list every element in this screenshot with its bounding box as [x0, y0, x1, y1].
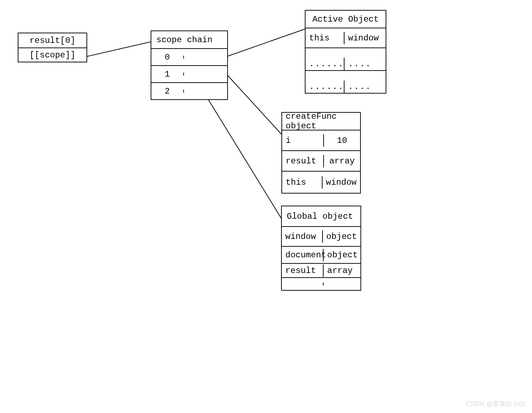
scope-chain-index: 2: [151, 85, 183, 97]
scope-chain-box: scope chain 0 1 2: [151, 30, 228, 100]
global-object-key: result: [282, 264, 323, 277]
active-object-value: ....: [344, 80, 386, 93]
result-scope-label: [[scope]]: [26, 49, 79, 61]
watermark-text: CSDN @卖菜的小白: [465, 400, 526, 408]
active-object-key: ......: [306, 80, 344, 93]
create-func-value: array: [323, 155, 360, 167]
create-func-box: createFunc object i 10 result array this…: [281, 112, 361, 194]
svg-line-3: [205, 94, 282, 219]
create-func-key: result: [282, 155, 323, 167]
scope-chain-index: 0: [151, 51, 183, 63]
scope-chain-ref-2: [183, 90, 227, 93]
active-object-key: this: [306, 32, 344, 44]
active-object-value: window: [344, 32, 386, 44]
scope-chain-title: scope chain: [151, 34, 216, 46]
diagram-canvas: result[0] [[scope]] scope chain 0 1 2 Ac…: [0, 0, 532, 413]
svg-line-2: [226, 74, 284, 136]
active-object-key: ......: [306, 58, 344, 70]
global-object-value: object: [323, 249, 361, 261]
global-object-value: object: [322, 230, 360, 243]
scope-chain-ref-1: [183, 73, 227, 76]
global-object-title: Global object: [282, 210, 357, 223]
active-object-value: ....: [344, 58, 386, 70]
global-object-box: Global object window object document obj…: [281, 206, 361, 291]
create-func-value: window: [322, 176, 360, 189]
create-func-key: i: [282, 134, 323, 147]
global-object-key: [282, 283, 323, 285]
scope-chain-index: 1: [151, 68, 183, 80]
result-box: result[0] [[scope]]: [18, 33, 87, 62]
scope-chain-ref-0: [183, 56, 227, 58]
create-func-value: 10: [323, 134, 360, 147]
result-title: result[0]: [26, 34, 79, 47]
active-object-title: Active Object: [309, 13, 382, 26]
global-object-key: document: [282, 249, 323, 261]
create-func-key: this: [282, 176, 322, 189]
svg-line-0: [86, 42, 151, 57]
global-object-value: [323, 283, 360, 285]
svg-line-1: [226, 29, 305, 57]
create-func-title: createFunc object: [282, 110, 360, 132]
active-object-box: Active Object this window ...... .... ..…: [305, 10, 386, 94]
global-object-key: window: [282, 230, 322, 243]
global-object-value: array: [323, 264, 360, 277]
